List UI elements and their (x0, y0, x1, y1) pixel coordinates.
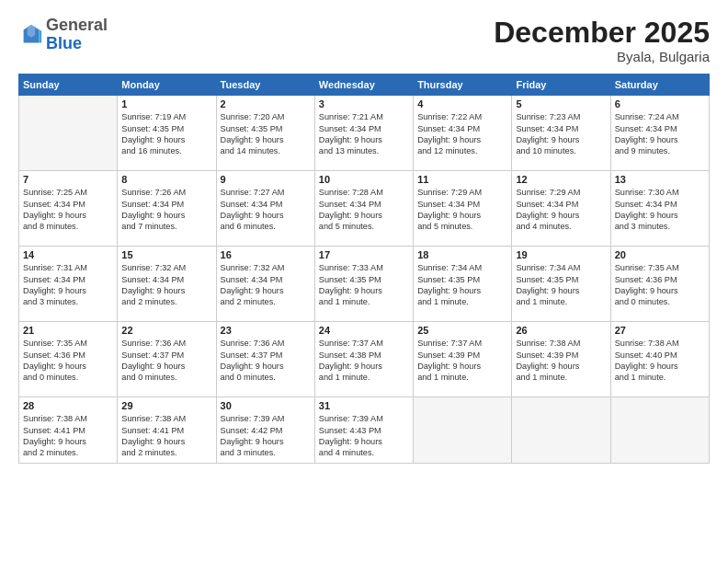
table-row: 25Sunrise: 7:37 AMSunset: 4:39 PMDayligh… (414, 322, 512, 397)
table-row: 16Sunrise: 7:32 AMSunset: 4:34 PMDayligh… (216, 247, 314, 322)
day-number: 10 (319, 174, 409, 185)
table-row: 24Sunrise: 7:37 AMSunset: 4:38 PMDayligh… (314, 322, 413, 397)
title-block: December 2025 Byala, Bulgaria (494, 17, 710, 64)
table-row: 18Sunrise: 7:34 AMSunset: 4:35 PMDayligh… (414, 247, 512, 322)
day-number: 22 (121, 325, 211, 336)
calendar-table: Sunday Monday Tuesday Wednesday Thursday… (18, 74, 710, 464)
day-info: Sunrise: 7:32 AMSunset: 4:34 PMDaylight:… (221, 262, 311, 308)
day-number: 26 (516, 325, 606, 336)
day-number: 9 (221, 174, 311, 185)
col-sunday: Sunday (19, 75, 118, 96)
day-number: 11 (417, 174, 507, 185)
day-number: 16 (221, 249, 311, 260)
day-info: Sunrise: 7:39 AMSunset: 4:42 PMDaylight:… (221, 413, 311, 459)
table-row: 23Sunrise: 7:36 AMSunset: 4:37 PMDayligh… (216, 322, 314, 397)
day-info: Sunrise: 7:21 AMSunset: 4:34 PMDaylight:… (319, 111, 409, 157)
day-info: Sunrise: 7:37 AMSunset: 4:38 PMDaylight:… (319, 338, 409, 384)
day-number: 30 (221, 400, 311, 411)
table-row: 19Sunrise: 7:34 AMSunset: 4:35 PMDayligh… (512, 247, 610, 322)
svg-marker-2 (28, 25, 35, 38)
table-row: 31Sunrise: 7:39 AMSunset: 4:43 PMDayligh… (314, 397, 413, 464)
day-info: Sunrise: 7:24 AMSunset: 4:34 PMDaylight:… (615, 111, 705, 157)
day-number: 3 (319, 98, 409, 109)
day-number: 27 (615, 325, 705, 336)
day-number: 5 (516, 98, 606, 109)
day-number: 1 (121, 98, 211, 109)
table-row: 21Sunrise: 7:35 AMSunset: 4:36 PMDayligh… (19, 322, 118, 397)
day-number: 31 (319, 400, 409, 411)
day-number: 4 (417, 98, 507, 109)
day-info: Sunrise: 7:38 AMSunset: 4:39 PMDaylight:… (516, 338, 606, 384)
day-info: Sunrise: 7:38 AMSunset: 4:41 PMDaylight:… (121, 413, 211, 459)
table-row: 28Sunrise: 7:38 AMSunset: 4:41 PMDayligh… (19, 397, 118, 464)
col-tuesday: Tuesday (216, 75, 314, 96)
day-number: 6 (615, 98, 705, 109)
logo-blue: Blue (46, 34, 82, 52)
day-info: Sunrise: 7:23 AMSunset: 4:34 PMDaylight:… (516, 111, 606, 157)
location: Byala, Bulgaria (494, 49, 710, 64)
day-number: 2 (221, 98, 311, 109)
table-row (414, 397, 512, 464)
day-number: 28 (23, 400, 113, 411)
table-row: 3Sunrise: 7:21 AMSunset: 4:34 PMDaylight… (314, 96, 413, 171)
table-row: 27Sunrise: 7:38 AMSunset: 4:40 PMDayligh… (610, 322, 709, 397)
col-saturday: Saturday (610, 75, 709, 96)
day-number: 7 (23, 174, 113, 185)
table-row: 4Sunrise: 7:22 AMSunset: 4:34 PMDaylight… (414, 96, 512, 171)
day-info: Sunrise: 7:36 AMSunset: 4:37 PMDaylight:… (221, 338, 311, 384)
page: General Blue December 2025 Byala, Bulgar… (0, 0, 728, 563)
table-row: 17Sunrise: 7:33 AMSunset: 4:35 PMDayligh… (314, 247, 413, 322)
day-number: 12 (516, 174, 606, 185)
col-friday: Friday (512, 75, 610, 96)
day-info: Sunrise: 7:29 AMSunset: 4:34 PMDaylight:… (516, 187, 606, 233)
logo: General Blue (18, 17, 108, 53)
col-monday: Monday (118, 75, 216, 96)
day-info: Sunrise: 7:26 AMSunset: 4:34 PMDaylight:… (121, 187, 211, 233)
table-row (19, 96, 118, 171)
day-info: Sunrise: 7:33 AMSunset: 4:35 PMDaylight:… (319, 262, 409, 308)
day-number: 24 (319, 325, 409, 336)
col-thursday: Thursday (414, 75, 512, 96)
day-number: 8 (121, 174, 211, 185)
day-info: Sunrise: 7:34 AMSunset: 4:35 PMDaylight:… (417, 262, 507, 308)
table-row: 26Sunrise: 7:38 AMSunset: 4:39 PMDayligh… (512, 322, 610, 397)
day-info: Sunrise: 7:35 AMSunset: 4:36 PMDaylight:… (23, 338, 113, 384)
table-row: 13Sunrise: 7:30 AMSunset: 4:34 PMDayligh… (610, 171, 709, 247)
table-row: 29Sunrise: 7:38 AMSunset: 4:41 PMDayligh… (118, 397, 216, 464)
logo-general: General (46, 16, 108, 34)
day-info: Sunrise: 7:34 AMSunset: 4:35 PMDaylight:… (516, 262, 606, 308)
table-row: 9Sunrise: 7:27 AMSunset: 4:34 PMDaylight… (216, 171, 314, 247)
day-info: Sunrise: 7:35 AMSunset: 4:36 PMDaylight:… (615, 262, 705, 308)
table-row: 30Sunrise: 7:39 AMSunset: 4:42 PMDayligh… (216, 397, 314, 464)
table-row: 20Sunrise: 7:35 AMSunset: 4:36 PMDayligh… (610, 247, 709, 322)
day-number: 15 (121, 249, 211, 260)
day-info: Sunrise: 7:27 AMSunset: 4:34 PMDaylight:… (221, 187, 311, 233)
logo-icon (18, 22, 44, 48)
logo-text: General Blue (46, 17, 108, 53)
table-row: 6Sunrise: 7:24 AMSunset: 4:34 PMDaylight… (610, 96, 709, 171)
day-number: 19 (516, 249, 606, 260)
table-row: 22Sunrise: 7:36 AMSunset: 4:37 PMDayligh… (118, 322, 216, 397)
day-info: Sunrise: 7:30 AMSunset: 4:34 PMDaylight:… (615, 187, 705, 233)
day-info: Sunrise: 7:31 AMSunset: 4:34 PMDaylight:… (23, 262, 113, 308)
day-info: Sunrise: 7:38 AMSunset: 4:40 PMDaylight:… (615, 338, 705, 384)
table-row (610, 397, 709, 464)
day-number: 17 (319, 249, 409, 260)
table-row: 2Sunrise: 7:20 AMSunset: 4:35 PMDaylight… (216, 96, 314, 171)
day-info: Sunrise: 7:32 AMSunset: 4:34 PMDaylight:… (121, 262, 211, 308)
day-number: 25 (417, 325, 507, 336)
day-number: 23 (221, 325, 311, 336)
table-row: 15Sunrise: 7:32 AMSunset: 4:34 PMDayligh… (118, 247, 216, 322)
table-row: 10Sunrise: 7:28 AMSunset: 4:34 PMDayligh… (314, 171, 413, 247)
day-info: Sunrise: 7:25 AMSunset: 4:34 PMDaylight:… (23, 187, 113, 233)
day-number: 14 (23, 249, 113, 260)
table-row: 12Sunrise: 7:29 AMSunset: 4:34 PMDayligh… (512, 171, 610, 247)
day-info: Sunrise: 7:29 AMSunset: 4:34 PMDaylight:… (417, 187, 507, 233)
table-row: 1Sunrise: 7:19 AMSunset: 4:35 PMDaylight… (118, 96, 216, 171)
day-info: Sunrise: 7:28 AMSunset: 4:34 PMDaylight:… (319, 187, 409, 233)
calendar-header-row: Sunday Monday Tuesday Wednesday Thursday… (19, 75, 710, 96)
header: General Blue December 2025 Byala, Bulgar… (18, 17, 710, 64)
day-info: Sunrise: 7:36 AMSunset: 4:37 PMDaylight:… (121, 338, 211, 384)
day-number: 13 (615, 174, 705, 185)
day-info: Sunrise: 7:20 AMSunset: 4:35 PMDaylight:… (221, 111, 311, 157)
